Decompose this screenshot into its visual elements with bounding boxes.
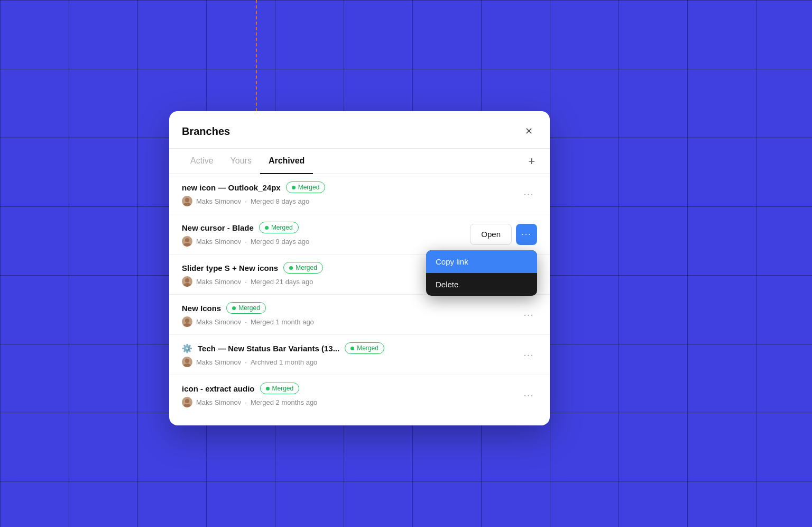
badge-label: Merged [298,184,320,191]
svg-point-2 [185,238,189,242]
modal-header: Branches ✕ [169,111,550,149]
branch-time: Merged 9 days ago [251,238,309,246]
badge-label: Merged [296,264,317,271]
more-options-button[interactable]: ··· [520,387,537,404]
branch-list: new icon — Outlook_24px Merged Maks Simo… [169,174,550,415]
branch-separator: · [245,398,247,406]
branch-info: new icon — Outlook_24px Merged Maks Simo… [182,181,520,206]
branch-separator: · [245,358,247,366]
branch-name: Tech — New Status Bar Variants (13... [198,344,339,353]
branch-name: Slider type S + New icons [182,264,278,272]
badge-label: Merged [357,344,379,352]
more-options-button[interactable]: ··· [520,306,537,323]
branch-time: Merged 21 days ago [251,278,313,286]
badge-dot [289,266,293,270]
badge-dot [266,387,270,390]
badge-label: Merged [271,224,293,231]
branch-author: Maks Simonov [196,238,241,246]
more-options-button[interactable]: ··· [520,347,537,364]
branch-item: ⚙️ Tech — New Status Bar Variants (13...… [169,335,550,375]
more-options-button-active[interactable]: ··· [516,224,537,245]
gear-icon: ⚙️ [182,343,192,353]
modal-title: Branches [182,125,230,138]
branch-meta: Maks Simonov · Archived 1 month ago [182,357,520,367]
avatar [182,196,192,206]
avatar [182,397,192,407]
branch-time: Archived 1 month ago [251,358,317,366]
more-dots-icon: ··· [521,230,531,239]
tab-active[interactable]: Active [182,149,222,174]
branch-name-row: new icon — Outlook_24px Merged [182,181,520,193]
open-button[interactable]: Open [470,224,512,245]
branch-meta: Maks Simonov · Merged 8 days ago [182,196,520,206]
avatar [182,357,192,367]
branch-name-row: New Icons Merged [182,302,520,314]
svg-point-11 [183,404,191,407]
badge-label: Merged [238,304,260,312]
svg-point-8 [185,359,189,363]
avatar [182,276,192,287]
branch-name-row: icon - extract audio Merged [182,383,520,394]
merged-badge: Merged [260,383,300,394]
merged-badge: Merged [283,262,323,274]
branch-actions: ··· [520,387,537,404]
close-button[interactable]: ✕ [520,123,537,140]
svg-point-5 [183,283,191,287]
branch-separator: · [245,197,247,205]
delete-item[interactable]: Delete [426,273,537,296]
branch-name: New Icons [182,304,221,313]
merged-badge: Merged [286,181,326,193]
svg-point-6 [185,319,189,323]
svg-point-9 [183,364,191,367]
branch-name-row: ⚙️ Tech — New Status Bar Variants (13...… [182,342,520,354]
branch-actions: ··· [520,186,537,203]
badge-dot [265,226,269,230]
tab-yours[interactable]: Yours [222,149,260,174]
branch-author: Maks Simonov [196,197,241,205]
branch-meta: Maks Simonov · Merged 9 days ago [182,236,470,247]
avatar [182,316,192,327]
branch-item: icon - extract audio Merged Maks Simonov… [169,375,550,415]
branch-item: New Icons Merged Maks Simonov · Merged 1… [169,295,550,335]
branch-name: icon - extract audio [182,384,255,393]
branch-separator: · [245,278,247,286]
branch-name: new icon — Outlook_24px [182,183,281,192]
branch-separator: · [245,318,247,326]
branch-time: Merged 1 month ago [251,318,314,326]
merged-badge: Merged [226,302,266,314]
tabs-row: Active Yours Archived + [169,149,550,174]
branch-actions: Open ··· Copy link Delete [470,224,537,245]
branch-author: Maks Simonov [196,358,241,366]
badge-dot [350,347,354,350]
branch-time: Merged 8 days ago [251,197,309,205]
context-menu: Copy link Delete [426,250,537,296]
decorative-line [256,0,257,111]
branch-actions: ··· [520,347,537,364]
svg-point-0 [185,198,189,202]
branch-info: New Icons Merged Maks Simonov · Merged 1… [182,302,520,327]
badge-dot [292,186,296,189]
branch-author: Maks Simonov [196,278,241,286]
branch-name: New cursor - Blade [182,223,254,232]
branch-item: New cursor - Blade Merged Maks Simonov ·… [169,214,550,255]
more-options-button[interactable]: ··· [520,186,537,203]
svg-point-1 [183,203,191,206]
badge-label: Merged [272,385,294,392]
badge-dot [232,306,236,310]
branch-separator: · [245,238,247,246]
branch-time: Merged 2 months ago [251,398,317,406]
branch-author: Maks Simonov [196,318,241,326]
merged-badge: Merged [259,222,299,233]
branch-name-row: New cursor - Blade Merged [182,222,470,233]
tab-archived[interactable]: Archived [260,149,313,174]
copy-link-item[interactable]: Copy link [426,250,537,273]
branch-meta: Maks Simonov · Merged 1 month ago [182,316,520,327]
branches-modal: Branches ✕ Active Yours Archived + new i… [169,111,550,425]
merged-badge: Merged [345,342,384,354]
add-branch-button[interactable]: + [526,150,537,172]
svg-point-3 [183,243,191,247]
svg-point-10 [185,399,189,403]
branch-actions: ··· [520,306,537,323]
avatar [182,236,192,247]
branch-info: New cursor - Blade Merged Maks Simonov ·… [182,222,470,247]
